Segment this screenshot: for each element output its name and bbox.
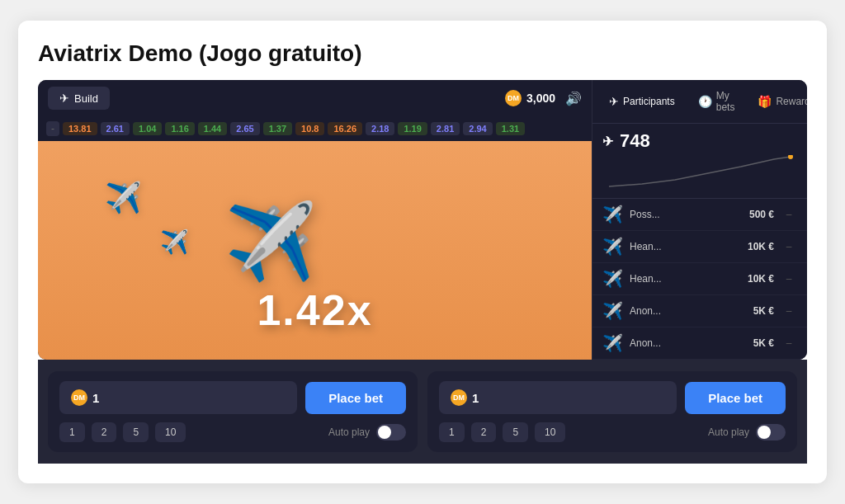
quick-bet-10-btn[interactable]: 10 [155,422,186,442]
multiplier-display: 1.42x [257,285,372,335]
mult-item[interactable]: 2.61 [101,122,130,135]
main-container: Aviatrix Demo (Jogo gratuito) ✈ Build DM… [18,21,827,483]
right-panel: ✈ Participants 🕐 My bets 🎁 Rewards ≡ ✈ 7… [592,80,807,360]
participant-row: ✈️ Anon... 5K € – [592,327,807,360]
participant-name: Anon... [630,305,747,317]
bet-top-row-1: DM 1 Place bet [59,381,406,414]
participant-amount: 5K € [753,305,774,317]
participant-row: ✈️ Hean... 10K € – [592,231,807,263]
tab-my-bets[interactable]: 🕐 My bets [692,87,742,116]
mult-item[interactable]: 2.94 [463,122,492,135]
svg-point-0 [788,155,793,159]
auto-play-label-1: Auto play [328,426,370,438]
tabs-bar: ✈ Participants 🕐 My bets 🎁 Rewards ≡ [592,80,807,124]
bet-amount-value-1: 1 [92,391,99,405]
chart-number-value: 748 [620,130,650,152]
small-plane-1: ✈️ [105,181,142,215]
bet-amount-box-2[interactable]: DM 1 [439,381,677,414]
auto-play-label-2: Auto play [708,426,749,438]
bet-bottom-row-1: 1 2 5 10 Auto play [59,422,406,442]
sound-icon[interactable]: 🔊 [565,91,582,106]
mult-item[interactable]: 1.19 [398,122,427,135]
participant-result: – [781,241,797,252]
participant-plane-icon: ✈️ [602,333,623,353]
mult-item[interactable]: 1.31 [496,122,525,135]
build-button[interactable]: ✈ Build [48,87,110,110]
participant-plane-icon: ✈️ [602,205,623,224]
history-icon: 🕐 [698,95,712,108]
participant-plane-icon: ✈️ [602,301,623,321]
quick-bet-1-btn[interactable]: 1 [59,422,85,442]
build-label: Build [74,92,98,105]
dm-badge-2: DM [451,389,467,406]
mult-item[interactable]: 16.26 [328,122,362,135]
quick-bet-2-btn-2[interactable]: 2 [471,422,497,442]
game-container: ✈ Build DM 3,000 🔊 - 13.81 2.61 [38,80,807,360]
participant-amount: 5K € [753,337,774,349]
mult-item[interactable]: 2.65 [230,122,259,135]
bet-panel-1: DM 1 Place bet 1 2 5 10 Auto play [48,371,418,452]
participant-result: – [781,209,797,220]
bet-amount-box-1[interactable]: DM 1 [59,381,297,414]
chart-svg [602,155,797,188]
participant-name: Hean... [630,241,741,252]
quick-bet-10-btn-2[interactable]: 10 [535,422,565,442]
participants-list: ✈️ Poss... 500 € – ✈️ Hean... 10K € – ✈️… [592,199,807,360]
game-canvas: ✈️ ✈️ ✈️ 1.42x [38,141,592,360]
multipliers-bar: - 13.81 2.61 1.04 1.16 1.44 2.65 1.37 10… [38,116,592,141]
participant-row: ✈️ Poss... 500 € – [592,199,807,231]
participant-amount: 500 € [749,209,774,220]
dm-badge-1: DM [71,389,87,406]
mult-item[interactable]: 1.37 [263,122,292,135]
participant-row: ✈️ Hean... 10K € – [592,263,807,295]
participant-row: ✈️ Anon... 5K € – [592,295,807,327]
chart-area: ✈ 748 [592,124,807,199]
plane-icon: ✈ [59,92,69,105]
toggle-thumb-2 [758,426,771,439]
balance-display: DM 3,000 [505,90,555,106]
place-bet-button-2[interactable]: Place bet [685,382,786,414]
place-bet-button-1[interactable]: Place bet [305,382,406,414]
quick-bet-1-btn-2[interactable]: 1 [439,422,465,442]
participant-plane-icon: ✈️ [602,237,623,257]
tab-participants-label: Participants [623,96,675,107]
participants-icon: ✈ [609,95,619,108]
chart-number-display: ✈ 748 [602,130,797,152]
auto-play-toggle-1[interactable] [376,424,406,440]
quick-bet-5-btn-2[interactable]: 5 [503,422,528,442]
mult-dash[interactable]: - [46,121,59,136]
bet-amount-value-2: 1 [472,391,479,405]
participant-amount: 10K € [748,273,774,285]
mult-item[interactable]: 10.8 [295,122,324,135]
mult-item[interactable]: 1.44 [198,122,227,135]
participant-amount: 10K € [748,241,774,252]
mult-item[interactable]: 2.18 [366,122,394,135]
participant-name: Anon... [630,337,747,349]
main-plane: ✈️ [224,199,317,285]
mult-item[interactable]: 1.16 [165,122,194,135]
betting-section: DM 1 Place bet 1 2 5 10 Auto play [38,360,807,464]
page-title: Aviatrix Demo (Jogo gratuito) [38,40,807,67]
mult-item[interactable]: 13.81 [63,122,97,135]
quick-bet-5-btn[interactable]: 5 [123,422,149,442]
game-header: ✈ Build DM 3,000 🔊 [38,80,592,116]
bet-bottom-row-2: 1 2 5 10 Auto play [439,422,786,442]
participant-name: Hean... [630,273,741,285]
tab-rewards-label: Rewards [776,96,807,107]
participant-result: – [781,305,797,317]
participant-result: – [781,337,797,349]
tab-my-bets-label: My bets [716,90,735,113]
header-right: DM 3,000 🔊 [505,90,582,106]
quick-bet-2-btn[interactable]: 2 [92,422,117,442]
chart-plane-icon: ✈ [602,134,613,149]
participant-result: – [781,273,797,285]
dm-badge: DM [505,90,522,106]
tab-participants[interactable]: ✈ Participants [602,92,682,111]
tab-rewards[interactable]: 🎁 Rewards [751,92,807,111]
mult-item[interactable]: 2.81 [431,122,460,135]
bet-panel-2: DM 1 Place bet 1 2 5 10 Auto play [427,371,797,452]
toggle-thumb-1 [378,426,391,439]
auto-play-toggle-2[interactable] [756,424,786,440]
mult-item[interactable]: 1.04 [133,122,162,135]
balance-value: 3,000 [526,92,555,105]
